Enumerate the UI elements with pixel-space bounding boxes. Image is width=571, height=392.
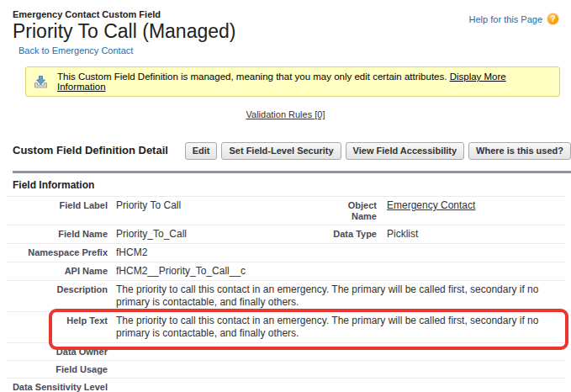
validation-rules-row: Validation Rules [0] (0, 109, 571, 119)
set-field-level-security-button[interactable]: Set Field-Level Security (221, 142, 341, 160)
field-name-value: Priority_To_Call (116, 228, 328, 241)
namespace-prefix-value: fHCM2 (116, 246, 328, 259)
section-title: Field Information (0, 173, 571, 196)
page-header: Emergency Contact Custom Field Priority … (0, 0, 571, 57)
field-label-value: Priority To Call (116, 199, 328, 212)
object-name-link[interactable]: Emergency Contact (387, 199, 475, 211)
banner-message: This Custom Field Definition is managed,… (57, 72, 552, 92)
field-name-label: Field Name (7, 228, 116, 240)
object-name-label: Object Name (328, 199, 387, 222)
validation-rules-label: Validation Rules (246, 109, 313, 119)
table-row-field-label: Field Label Priority To Call Object Name… (7, 196, 566, 225)
question-mark-icon[interactable]: ? (547, 13, 559, 25)
api-name-value: fHCM2__Priority_To_Call__c (116, 265, 328, 278)
namespace-prefix-label: Namespace Prefix (7, 246, 116, 258)
field-information-table: Field Label Priority To Call Object Name… (7, 196, 566, 392)
object-name-value: Emergency Contact (387, 199, 566, 212)
view-field-accessibility-button[interactable]: View Field Accessibility (346, 142, 465, 160)
data-owner-label: Data Owner (7, 346, 116, 358)
data-type-label: Data Type (328, 228, 387, 240)
validation-rules-count: [0] (315, 109, 325, 119)
edit-button[interactable]: Edit (185, 142, 218, 160)
help-text-label: Help Text (7, 315, 116, 326)
data-sensitivity-level-label: Data Sensitivity Level (7, 381, 116, 392)
table-row-namespace-prefix: Namespace Prefix fHCM2 (7, 243, 566, 262)
custom-field-detail-page: Emergency Contact Custom Field Priority … (0, 0, 571, 392)
help-for-this-page: Help for this Page ? (469, 13, 559, 25)
table-row-help-text: Help Text The priority to call this cont… (7, 311, 566, 342)
field-usage-label: Field Usage (7, 363, 116, 375)
data-type-value: Picklist (387, 228, 566, 241)
table-row-api-name: API Name fHCM2__Priority_To_Call__c (7, 262, 566, 280)
detail-header: Custom Field Definition Detail Edit Set … (7, 135, 571, 167)
table-row-description: Description The priority to call this co… (7, 280, 566, 311)
table-row-data-owner: Data Owner (7, 342, 566, 360)
help-link[interactable]: Help for this Page (469, 14, 542, 24)
action-button-row: Edit Set Field-Level Security View Field… (185, 142, 571, 160)
banner-text: This Custom Field Definition is managed,… (57, 72, 447, 82)
table-row-data-sensitivity-level: Data Sensitivity Level (7, 378, 566, 392)
field-label-label: Field Label (7, 199, 116, 211)
managed-notice-banner: This Custom Field Definition is managed,… (25, 66, 560, 97)
managed-package-download-icon (34, 75, 48, 89)
table-row-field-usage: Field Usage (7, 360, 566, 378)
validation-rules-link[interactable]: Validation Rules [0] (246, 109, 325, 119)
api-name-label: API Name (7, 265, 116, 277)
help-text-value: The priority to call this contact in an … (116, 315, 566, 340)
table-row-field-name: Field Name Priority_To_Call Data Type Pi… (7, 225, 566, 243)
where-is-this-used-button[interactable]: Where is this used? (468, 142, 571, 160)
description-label: Description (7, 283, 116, 295)
description-value: The priority to call this contact in an … (116, 283, 566, 309)
back-link[interactable]: Back to Emergency Contact (19, 45, 133, 56)
detail-heading: Custom Field Definition Detail (7, 144, 185, 157)
